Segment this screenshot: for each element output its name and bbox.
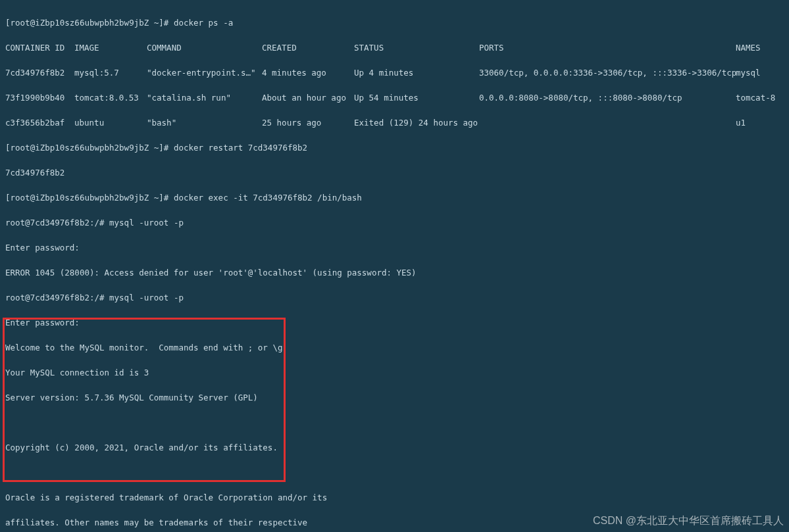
container-prompt: root@7cd34976f8b2:/# — [5, 293, 109, 302]
mysql-welcome: Welcome to the MySQL monitor. Commands e… — [5, 341, 784, 354]
ps-row: 73f1990b9b40tomcat:8.0.53"catalina.sh ru… — [5, 91, 784, 104]
output-line: 7cd34976f8b2 — [5, 166, 784, 179]
shell-prompt: [root@iZbp10sz66ubwpbh2bw9jbZ ~]# — [5, 18, 174, 28]
mysql-error: ERROR 1045 (28000): Access denied for us… — [5, 266, 784, 279]
shell-prompt: [root@iZbp10sz66ubwpbh2bw9jbZ ~]# — [5, 143, 174, 153]
cmd-docker-restart: docker restart 7cd34976f8b2 — [174, 143, 307, 153]
mysql-version: Server version: 5.7.36 MySQL Community S… — [5, 391, 784, 404]
cmd-mysql-login: mysql -uroot -p — [109, 218, 184, 228]
ps-row: 7cd34976f8b2mysql:5.7"docker-entrypoint.… — [5, 66, 784, 79]
container-prompt: root@7cd34976f8b2:/# — [5, 218, 109, 228]
mysql-oracle: affiliates. Other names may be trademark… — [5, 516, 784, 529]
terminal-window[interactable]: [root@iZbp10sz66ubwpbh2bw9jbZ ~]# docker… — [0, 0, 789, 532]
shell-prompt: [root@iZbp10sz66ubwpbh2bw9jbZ ~]# — [5, 193, 174, 203]
cmd-mysql-login: mysql -uroot -p — [109, 293, 184, 302]
mysql-connid: Your MySQL connection id is 3 — [5, 366, 784, 379]
ps-header-row: CONTAINER IDIMAGECOMMANDCREATEDSTATUSPOR… — [5, 41, 784, 54]
enter-password: Enter password: — [5, 316, 784, 329]
mysql-copyright: Copyright (c) 2000, 2021, Oracle and/or … — [5, 441, 784, 454]
cmd-docker-ps: docker ps -a — [174, 18, 233, 28]
ps-row: c3f3656b2bafubuntu"bash"25 hours agoExit… — [5, 116, 784, 129]
mysql-oracle: Oracle is a registered trademark of Orac… — [5, 491, 784, 504]
cmd-docker-exec: docker exec -it 7cd34976f8b2 /bin/bash — [174, 193, 362, 203]
enter-password: Enter password: — [5, 241, 784, 254]
